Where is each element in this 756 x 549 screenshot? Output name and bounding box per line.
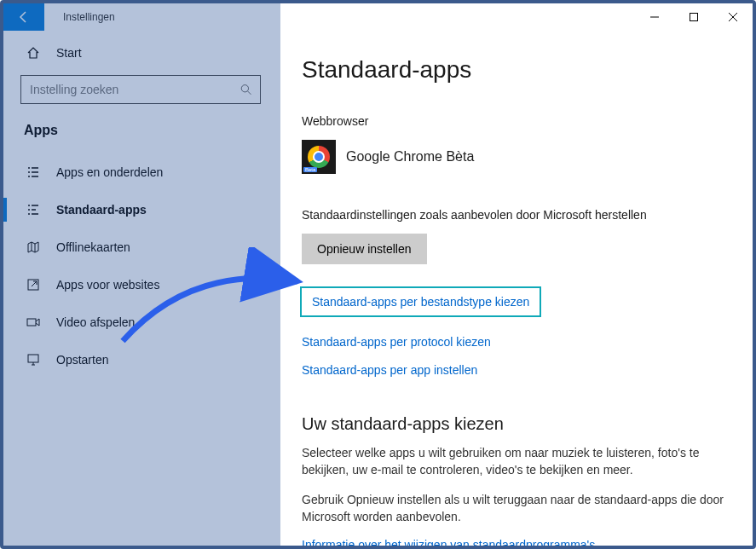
nav-label: Video afspelen <box>56 315 135 329</box>
browser-section-label: Webbrowser <box>302 114 729 128</box>
chrome-beta-icon: Beta <box>302 140 336 174</box>
link-choose-by-filetype[interactable]: Standaard-apps per bestandstype kiezen <box>302 288 540 315</box>
svg-rect-8 <box>28 355 38 362</box>
browser-app-name: Google Chrome Bèta <box>346 149 474 165</box>
close-icon <box>729 13 737 21</box>
subheading: Uw standaard-apps kiezen <box>302 414 729 434</box>
search-input[interactable] <box>30 83 240 96</box>
close-button[interactable] <box>713 3 753 31</box>
nav-offline-maps[interactable]: Offlinekaarten <box>20 228 261 266</box>
main-panel: Standaard-apps Webbrowser Beta Google Ch… <box>278 31 753 546</box>
nav-label: Apps voor websites <box>56 278 159 292</box>
maximize-icon <box>690 13 698 21</box>
nav-video-playback[interactable]: Video afspelen <box>20 303 261 341</box>
list-icon <box>26 165 41 179</box>
svg-point-4 <box>241 85 248 92</box>
sidebar: Start Apps Apps en onderdelen Standaard-… <box>3 31 278 546</box>
nav-label: Offlinekaarten <box>56 240 130 254</box>
back-button[interactable] <box>3 3 44 31</box>
minimize-button[interactable] <box>635 3 674 31</box>
map-icon <box>26 240 41 254</box>
link-more-info[interactable]: Informatie over het wijzigen van standaa… <box>302 538 595 546</box>
defaults-icon <box>26 203 41 217</box>
maximize-button[interactable] <box>674 3 713 31</box>
nav-label: Standaard-apps <box>56 203 147 217</box>
info-paragraph-1: Selecteer welke apps u wilt gebruiken om… <box>302 444 728 479</box>
nav-apps-websites[interactable]: Apps voor websites <box>20 266 261 303</box>
nav-label: Apps en onderdelen <box>56 165 163 179</box>
nav-default-apps[interactable]: Standaard-apps <box>20 191 261 228</box>
arrow-left-icon <box>17 10 31 24</box>
minimize-icon <box>650 13 659 21</box>
default-browser-selector[interactable]: Beta Google Chrome Bèta <box>302 140 729 174</box>
open-icon <box>26 278 41 292</box>
reset-button[interactable]: Opnieuw instellen <box>302 234 427 264</box>
system-buttons <box>635 3 753 31</box>
home-icon <box>26 46 41 60</box>
svg-rect-1 <box>690 14 698 21</box>
startup-icon <box>26 353 41 367</box>
svg-rect-7 <box>27 319 36 326</box>
video-icon <box>26 315 41 329</box>
svg-line-5 <box>247 91 251 95</box>
link-set-by-app[interactable]: Standaard-apps per app instellen <box>302 363 477 377</box>
search-box[interactable] <box>20 75 261 104</box>
home-button[interactable]: Start <box>26 46 261 60</box>
nav-heading: Apps <box>24 123 261 138</box>
search-icon <box>240 84 251 95</box>
home-label: Start <box>56 46 82 60</box>
nav-startup[interactable]: Opstarten <box>20 341 261 379</box>
titlebar: Instellingen <box>3 3 753 31</box>
link-choose-by-protocol[interactable]: Standaard-apps per protocol kiezen <box>302 335 491 349</box>
reset-description: Standaardinstellingen zoals aanbevolen d… <box>302 208 729 222</box>
nav-apps-features[interactable]: Apps en onderdelen <box>20 153 261 191</box>
info-paragraph-2: Gebruik Opnieuw instellen als u wilt ter… <box>302 491 728 526</box>
page-title: Standaard-apps <box>302 56 729 84</box>
nav-label: Opstarten <box>56 353 108 367</box>
window-title: Instellingen <box>44 11 115 23</box>
